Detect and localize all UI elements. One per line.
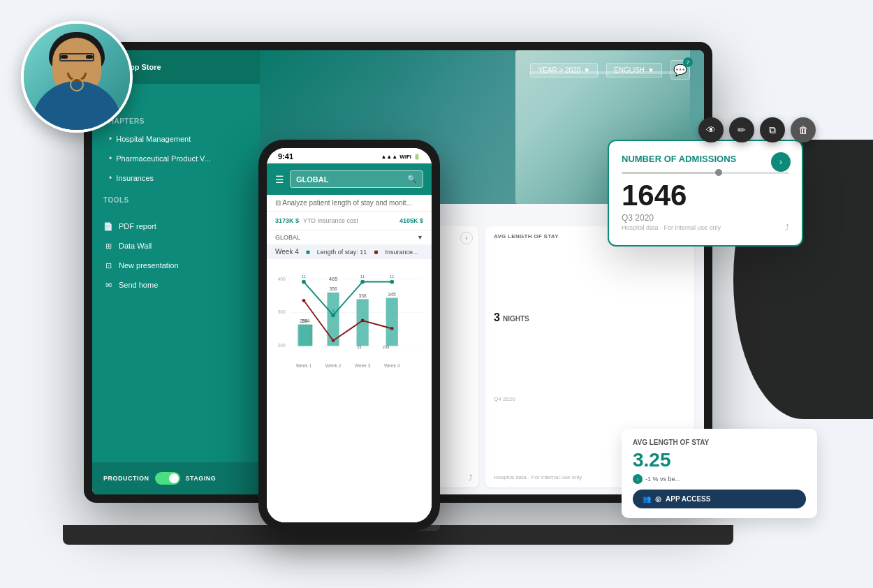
legend-teal-dot: ■ <box>306 248 310 256</box>
svg-text:465: 465 <box>329 276 338 282</box>
chat-btn[interactable]: 💬 7 <box>670 60 690 80</box>
svg-point-26 <box>332 339 335 342</box>
svg-point-18 <box>331 313 335 317</box>
sidebar-item-hospital[interactable]: Hospital Management <box>92 129 260 149</box>
tools-section: 📄 PDF report ⊞ Data Wall ⊡ New presentat… <box>92 208 260 303</box>
legend-insurance-label: Insurance... <box>385 249 418 256</box>
sidebar-item-insurances[interactable]: Insurances <box>92 168 260 188</box>
phone-filter-bar[interactable]: GLOBAL ▼ <box>267 230 432 244</box>
year-filter-btn[interactable]: YEAR > 2020 ▼ <box>530 63 598 78</box>
svg-text:11: 11 <box>360 274 365 279</box>
filter-icon: ⊟ <box>275 199 282 207</box>
signal-icon: ▲▲▲ <box>381 154 397 160</box>
presentation-icon: ⊡ <box>103 260 113 270</box>
kpi-arrow-btn[interactable]: › <box>460 232 473 244</box>
edit-icon: ✏ <box>738 124 746 135</box>
copy-icon: ⧉ <box>769 124 776 136</box>
svg-text:11: 11 <box>302 274 306 279</box>
svg-text:336: 336 <box>359 293 367 298</box>
chevron-right-icon: › <box>779 157 782 167</box>
kpi-arrow-button[interactable]: › <box>771 152 791 172</box>
kpi-avg-period: Q4 2020 <box>494 396 686 402</box>
chevron-down-icon: ▼ <box>647 66 654 74</box>
phone-frame: 9:41 ▲▲▲ WiFi 🔋 ☰ GLOBAL 🔍 ⊟ <box>258 140 440 531</box>
ytd-value: 3173K $ <box>275 217 299 224</box>
sidebar-toggle-area: PRODUCTION STAGING <box>92 462 260 494</box>
svg-point-20 <box>390 280 394 284</box>
share-icon[interactable]: ⤴ <box>469 473 473 482</box>
phone-search-bar[interactable]: GLOBAL 🔍 <box>290 170 423 188</box>
hamburger-icon[interactable]: ☰ <box>275 174 284 185</box>
phone-header: ☰ GLOBAL 🔍 <box>267 163 432 195</box>
svg-point-19 <box>360 280 365 284</box>
svg-text:356: 356 <box>329 286 337 291</box>
view-button[interactable]: 👁 <box>698 117 724 142</box>
copy-button[interactable]: ⧉ <box>760 117 785 142</box>
svg-point-28 <box>390 327 394 330</box>
floating-kpi-card: › NUMBER OF ADMISSIONS 1646 Q3 2020 Hosp… <box>608 140 803 247</box>
legend-red-dot: ■ <box>374 248 378 256</box>
tool-pdf-report[interactable]: 📄 PDF report <box>92 216 260 236</box>
svg-text:264: 264 <box>300 318 307 323</box>
svg-text:300: 300 <box>278 309 286 314</box>
tool-data-wall[interactable]: ⊞ Data Wall <box>92 236 260 256</box>
svg-text:Week 2: Week 2 <box>325 363 342 368</box>
phone-stats-bar: 3173K $ YTD Insurance cost 4105K $ <box>267 212 432 230</box>
svg-text:11: 11 <box>390 274 394 279</box>
tool-new-presentation[interactable]: ⊡ New presentation <box>92 256 260 275</box>
eye-icon: 👁 <box>706 124 716 135</box>
tool-send-home[interactable]: ✉ Send home <box>92 275 260 295</box>
phone-body: ⊟ Analyze patient length of stay and mon… <box>267 195 432 522</box>
staging-label: STAGING <box>186 475 217 482</box>
svg-text:200: 200 <box>278 343 286 348</box>
grid-icon: ⊞ <box>103 241 113 251</box>
floating-kpi-footer: Hospital data - For internal use only ⤴ <box>622 223 789 233</box>
svg-text:Week 1: Week 1 <box>296 363 312 368</box>
phone-device: 9:41 ▲▲▲ WiFi 🔋 ☰ GLOBAL 🔍 ⊟ <box>258 140 440 531</box>
svg-rect-15 <box>386 297 398 346</box>
chevron-down-icon: ▼ <box>583 66 590 74</box>
phone-chart-area: 400 300 200 264 <box>267 259 432 522</box>
chat-badge: 7 <box>683 57 693 67</box>
avatar-image <box>24 24 130 130</box>
analyze-label: ⊟ Analyze patient length of stay and mon… <box>267 195 432 212</box>
trend-down-icon: ↓ <box>633 474 643 484</box>
language-btn[interactable]: ENGLISH ▼ <box>606 63 662 78</box>
sidebar-item-pharma[interactable]: Pharmaceutical Product V... <box>92 149 260 168</box>
chart-svg: 400 300 200 264 <box>272 265 426 376</box>
svg-text:400: 400 <box>278 277 286 281</box>
ytd-label: YTD Insurance cost <box>303 217 358 224</box>
svg-text:345: 345 <box>388 292 396 297</box>
svg-text:Week 3: Week 3 <box>355 363 371 368</box>
phone-week-label: Week 4 ■ Length of stay: 11 ■ Insurance.… <box>267 244 432 259</box>
env-toggle[interactable] <box>155 472 180 485</box>
circle-icon: ◎ <box>655 495 661 503</box>
edit-button[interactable]: ✏ <box>729 117 754 142</box>
tools-section-title: Tools <box>92 188 260 208</box>
right-value: 4105K $ <box>399 217 423 224</box>
phone-status-icons: ▲▲▲ WiFi 🔋 <box>381 154 420 160</box>
share-icon[interactable]: ⤴ <box>785 223 789 233</box>
send-icon: ✉ <box>103 280 113 290</box>
delete-button[interactable]: 🗑 <box>791 117 816 142</box>
avg-stay-title: AVG LENGTH OF STAY <box>633 439 806 446</box>
svg-point-27 <box>361 319 365 323</box>
floating-kpi-period: Q3 2020 <box>622 213 789 223</box>
floating-kpi-title: NUMBER OF ADMISSIONS <box>622 154 789 165</box>
app-access-button[interactable]: 👥 ◎ APP ACCESS <box>633 490 806 508</box>
svg-text:23: 23 <box>357 345 361 349</box>
search-icon: 🔍 <box>407 175 417 184</box>
kpi-avg-unit: NIGHTS <box>503 315 529 323</box>
svg-point-25 <box>302 299 306 302</box>
svg-text:239: 239 <box>383 345 390 349</box>
pdf-icon: 📄 <box>103 221 113 231</box>
action-icons-bar: 👁 ✏ ⧉ 🗑 <box>698 117 816 142</box>
phone-status-bar: 9:41 ▲▲▲ WiFi 🔋 <box>267 148 432 163</box>
slider-thumb <box>715 169 722 176</box>
svg-rect-13 <box>357 299 369 346</box>
wifi-icon: WiFi <box>399 154 411 160</box>
legend-length-label: Length of stay: 11 <box>317 249 367 256</box>
floating-kpi-slider[interactable] <box>622 172 789 174</box>
floating-kpi-value: 1646 <box>622 181 789 210</box>
avg-stay-trend: -1 % vs be... <box>645 476 680 483</box>
